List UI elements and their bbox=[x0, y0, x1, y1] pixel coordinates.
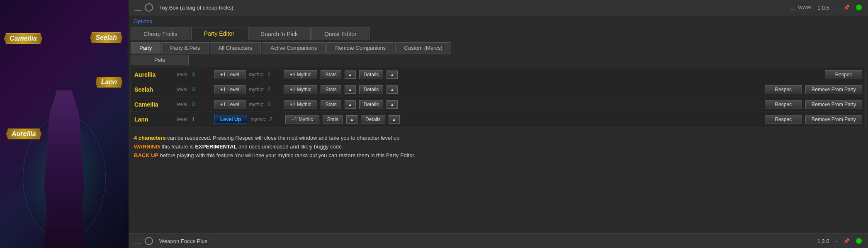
subtab-party[interactable]: Party bbox=[131, 42, 160, 53]
table-row: Lann level: 1 Level Up mythic: 2 +1 Myth… bbox=[131, 112, 866, 127]
top-mod-title: Toy Box (a bag of cheap tricks) bbox=[159, 5, 784, 11]
btn-details-camellia[interactable]: Details bbox=[359, 100, 384, 109]
btn-remove-camellia[interactable]: Remove From Party bbox=[805, 100, 862, 109]
info-line-2: WARNING this feature is EXPERIMENTAL and… bbox=[134, 143, 863, 151]
bottom-icons: ⎯⎯ bbox=[135, 237, 153, 245]
subtab-custom-mercs[interactable]: Custom (Mercs) bbox=[395, 42, 451, 53]
level-label-lann: level: bbox=[177, 117, 189, 122]
characters-table: Aurellia level: 3 +1 Level mythic: 2 +1 … bbox=[131, 67, 866, 127]
level-label-aurellia: level: bbox=[177, 72, 189, 78]
char-name-lann: Lann bbox=[134, 116, 174, 123]
btn-respec-seelah[interactable]: Respec bbox=[765, 85, 802, 94]
btn-stats-up-camellia[interactable]: ▲ bbox=[345, 100, 356, 109]
subtab-party-pets[interactable]: Party & Pets bbox=[161, 42, 209, 53]
char-name-seelah: Seelah bbox=[134, 86, 174, 93]
btn-plus1-level-seelah[interactable]: +1 Level bbox=[214, 85, 246, 94]
btn-plus1-mythic-camellia[interactable]: +1 Mythic bbox=[284, 100, 318, 109]
status-dot bbox=[856, 5, 862, 10]
btn-remove-seelah[interactable]: Remove From Party bbox=[805, 85, 862, 94]
mythic-label-lann: mythic: bbox=[250, 117, 266, 122]
info-experimental: EXPERIMENTAL bbox=[195, 143, 237, 150]
level-label-camellia: level: bbox=[177, 102, 189, 107]
mythic-val-lann: 2 bbox=[270, 117, 282, 122]
mythic-label-seelah: mythic: bbox=[249, 87, 265, 92]
bottom-mod-version: 1.2.0 bbox=[817, 238, 829, 244]
www-globe-icon[interactable] bbox=[145, 3, 153, 12]
bottom-mod-title: Weapon Focus Plus bbox=[159, 238, 811, 244]
name-tag-lann: Lann bbox=[96, 77, 122, 88]
btn-stats-up-seelah[interactable]: ▲ bbox=[345, 85, 356, 94]
btn-plus1-level-aurellia[interactable]: +1 Level bbox=[214, 70, 246, 79]
bottom-mod-dash: - bbox=[836, 238, 837, 244]
table-row: Aurellia level: 3 +1 Level mythic: 2 +1 … bbox=[131, 67, 866, 82]
btn-details-lann[interactable]: Details bbox=[361, 115, 385, 124]
subtab-pets[interactable]: Pets bbox=[131, 55, 189, 65]
name-tag-aurellia: Aurellia bbox=[6, 129, 41, 139]
char-name-aurellia: Aurellia bbox=[134, 71, 174, 78]
btn-details-seelah[interactable]: Details bbox=[359, 85, 384, 94]
bottom-mod-bar: ⎯⎯ Weapon Focus Plus 1.2.0 - 📌 bbox=[129, 233, 868, 248]
table-row: Seelah level: 3 +1 Level mythic: 2 +1 My… bbox=[131, 82, 866, 97]
table-row: Camellia level: 3 +1 Level mythic: 2 +1 … bbox=[131, 97, 866, 112]
options-link[interactable]: Options bbox=[134, 18, 152, 24]
mythic-val-seelah: 2 bbox=[268, 87, 280, 92]
bottom-www-globe-icon[interactable] bbox=[145, 237, 153, 245]
game-art-panel: Lann Camellia Seelah Aurellia bbox=[0, 0, 129, 248]
btn-respec-lann[interactable]: Respec bbox=[765, 115, 802, 124]
btn-details-up-seelah[interactable]: ▲ bbox=[387, 85, 398, 94]
mythic-label-camellia: mythic: bbox=[249, 102, 265, 107]
level-val-aurellia: 3 bbox=[192, 72, 211, 78]
btn-stats-up-lann[interactable]: ▲ bbox=[346, 115, 357, 124]
bottom-pin-icon[interactable]: 📌 bbox=[844, 238, 850, 244]
info-line-1: 4 characters can be respecced. Pressing … bbox=[134, 134, 863, 143]
top-mod-version: 1.0.5 bbox=[817, 5, 829, 11]
tab-quest-editor[interactable]: Quest Editor bbox=[311, 27, 370, 40]
btn-details-up-lann[interactable]: ▲ bbox=[389, 115, 400, 124]
info-text-3: and uses unreleased and likely buggy cod… bbox=[238, 143, 343, 150]
character-silhouette bbox=[39, 90, 89, 248]
info-text-1: can be respecced. Pressing Respec will c… bbox=[167, 135, 399, 141]
level-val-lann: 1 bbox=[192, 117, 211, 122]
btn-plus1-mythic-lann[interactable]: +1 Mythic bbox=[285, 115, 319, 124]
btn-stats-aurellia[interactable]: Stats bbox=[321, 70, 341, 79]
btn-details-up-camellia[interactable]: ▲ bbox=[387, 100, 398, 109]
www-label: WWW bbox=[798, 5, 811, 10]
char-name-camellia: Camellia bbox=[134, 101, 174, 108]
info-text-2: this feature is bbox=[161, 143, 195, 150]
tab-cheap-tricks[interactable]: Cheap Tricks bbox=[131, 27, 190, 40]
mythic-val-camellia: 2 bbox=[268, 102, 280, 107]
content-area: Party Party & Pets All Characters Active… bbox=[129, 40, 868, 233]
top-mod-bar: ⎯⎯ Toy Box (a bag of cheap tricks) ⎯⎯ WW… bbox=[129, 0, 868, 15]
btn-stats-seelah[interactable]: Stats bbox=[321, 85, 341, 94]
btn-plus1-mythic-aurellia[interactable]: +1 Mythic bbox=[284, 70, 318, 79]
pin-icon[interactable]: 📌 bbox=[844, 5, 850, 10]
info-line-3: BACK UP before playing with this feature… bbox=[134, 151, 863, 160]
btn-respec-camellia[interactable]: Respec bbox=[765, 100, 802, 109]
sub-tabs-row2: Pets bbox=[131, 55, 866, 65]
btn-plus1-mythic-seelah[interactable]: +1 Mythic bbox=[284, 85, 318, 94]
sub-tabs-row1: Party Party & Pets All Characters Active… bbox=[131, 42, 866, 53]
tab-party-editor[interactable]: Party Editor bbox=[191, 27, 247, 40]
subtab-remote-companions[interactable]: Remote Companions bbox=[326, 42, 394, 53]
tab-search-pick[interactable]: Search 'n Pick bbox=[248, 27, 311, 40]
options-bar: Options bbox=[129, 15, 868, 27]
info-area: 4 characters can be respecced. Pressing … bbox=[131, 131, 866, 163]
btn-plus1-level-camellia[interactable]: +1 Level bbox=[214, 100, 246, 109]
mythic-val-aurellia: 2 bbox=[268, 72, 280, 78]
level-label-seelah: level: bbox=[177, 87, 189, 92]
btn-stats-lann[interactable]: Stats bbox=[323, 115, 343, 124]
top-mod-dash: - bbox=[836, 5, 837, 11]
subtab-active-companions[interactable]: Active Companions bbox=[262, 42, 326, 53]
level-val-camellia: 3 bbox=[192, 102, 211, 107]
info-backup-label: BACK UP bbox=[134, 152, 158, 158]
btn-stats-up-aurellia[interactable]: ▲ bbox=[345, 71, 356, 79]
btn-remove-lann[interactable]: Remove From Party bbox=[805, 115, 862, 124]
btn-level-up-lann[interactable]: Level Up bbox=[214, 115, 247, 124]
name-tag-seelah: Seelah bbox=[90, 32, 122, 43]
main-tabs: Cheap Tricks Party Editor Search 'n Pick… bbox=[129, 27, 868, 40]
btn-stats-camellia[interactable]: Stats bbox=[321, 100, 341, 109]
btn-details-aurellia[interactable]: Details bbox=[359, 70, 384, 79]
subtab-all-chars[interactable]: All Characters bbox=[210, 42, 261, 53]
btn-respec-aurellia[interactable]: Respec bbox=[825, 70, 862, 79]
btn-details-up-aurellia[interactable]: ▲ bbox=[387, 71, 398, 79]
